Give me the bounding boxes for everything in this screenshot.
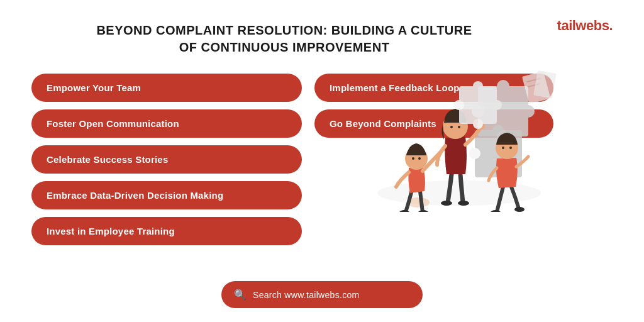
svg-point-14 bbox=[412, 157, 414, 160]
brand-logo: tailwebs. bbox=[557, 18, 613, 34]
search-icon: 🔍 bbox=[234, 289, 247, 301]
page-title: BEYOND COMPLAINT RESOLUTION: BUILDING A … bbox=[31, 19, 613, 56]
search-text: Search www.tailwebs.com bbox=[253, 290, 360, 300]
page-container: tailwebs. BEYOND COMPLAINT RESOLUTION: B… bbox=[0, 0, 644, 322]
illustration bbox=[352, 67, 566, 212]
left-column: Empower Your Team Foster Open Communicat… bbox=[31, 74, 302, 245]
svg-point-8 bbox=[469, 148, 480, 159]
pill-invest-employee-training[interactable]: Invest in Employee Training bbox=[31, 217, 302, 245]
svg-point-16 bbox=[441, 201, 452, 206]
svg-point-11 bbox=[418, 210, 428, 212]
svg-point-25 bbox=[502, 147, 504, 149]
svg-point-20 bbox=[450, 126, 453, 128]
svg-point-26 bbox=[509, 147, 512, 149]
right-column: Implement a Feedback Loop Go Beyond Comp… bbox=[314, 74, 553, 245]
pill-celebrate-success-stories[interactable]: Celebrate Success Stories bbox=[31, 145, 302, 174]
svg-point-23 bbox=[514, 207, 525, 212]
pill-empower-your-team[interactable]: Empower Your Team bbox=[31, 74, 302, 102]
svg-point-15 bbox=[418, 157, 421, 160]
svg-point-3 bbox=[522, 105, 535, 118]
svg-point-17 bbox=[458, 201, 469, 206]
svg-point-21 bbox=[458, 126, 460, 128]
svg-point-31 bbox=[454, 100, 464, 110]
svg-point-2 bbox=[497, 80, 509, 92]
pill-embrace-data-driven[interactable]: Embrace Data-Driven Decision Making bbox=[31, 181, 302, 209]
brand-name: tailwebs. bbox=[557, 18, 613, 33]
svg-point-29 bbox=[492, 100, 502, 110]
search-bar[interactable]: 🔍 Search www.tailwebs.com bbox=[221, 281, 423, 308]
content-area: Empower Your Team Foster Open Communicat… bbox=[31, 74, 613, 245]
svg-rect-27 bbox=[459, 86, 497, 124]
svg-point-30 bbox=[473, 119, 483, 129]
svg-point-7 bbox=[492, 125, 504, 136]
svg-point-28 bbox=[473, 81, 483, 91]
pill-foster-open-communication[interactable]: Foster Open Communication bbox=[31, 109, 302, 138]
search-bar-container: 🔍 Search www.tailwebs.com bbox=[221, 281, 423, 308]
